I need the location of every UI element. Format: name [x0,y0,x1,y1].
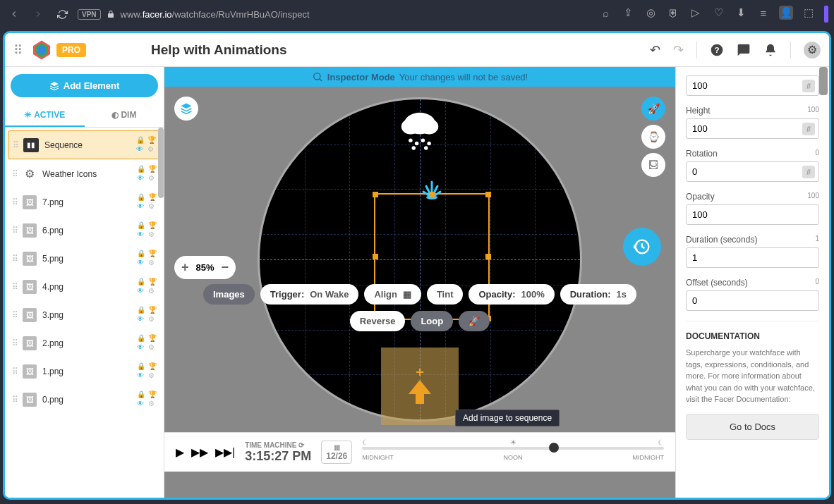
gear-icon[interactable]: ⚙ [148,202,157,211]
eye-icon[interactable]: 👁 [137,174,145,183]
layer-sequence[interactable]: ⠿ ▮▮ Sequence 🔒🏆👁⚙ [8,130,161,159]
layer-1png[interactable]: ⠿🖼1.png🔒🏆👁⚙ [8,357,161,385]
bell-icon[interactable] [763,43,778,57]
drag-handle-icon[interactable]: ⠿ [12,282,17,292]
trophy-icon[interactable]: 🏆 [148,278,157,286]
eye-icon[interactable]: 👁 [137,400,145,408]
gear-icon[interactable]: ⚙ [147,145,156,154]
lock-icon[interactable]: 🔒 [137,165,145,173]
back-button[interactable] [6,6,23,23]
trophy-icon[interactable]: 🏆 [148,221,157,230]
loop-pill[interactable]: Loop [411,311,453,331]
heart-icon[interactable]: ♡ [711,6,725,20]
duration-pill[interactable]: Duration:1s [560,284,636,305]
trophy-icon[interactable]: 🏆 [148,391,157,399]
gear-icon[interactable]: ⚙ [148,400,157,408]
user-avatar[interactable]: ⚙ [804,42,821,59]
hash-icon[interactable]: # [802,80,815,92]
trophy-icon[interactable]: 🏆 [148,306,157,314]
offset-input[interactable] [686,290,819,311]
undo-button[interactable]: ↶ [650,42,660,58]
layer-6png[interactable]: ⠿🖼6.png🔒🏆👁⚙ [8,216,161,244]
layer-scrollbar[interactable] [158,128,164,198]
drag-handle-icon[interactable]: ⠿ [12,367,17,376]
trophy-icon[interactable]: 🏆 [147,136,156,145]
shield-icon[interactable]: ⛨ [666,6,680,20]
lock-icon[interactable]: 🔒 [137,221,145,230]
rocket-mode-button[interactable]: 🚀 [641,97,665,121]
slider-track[interactable] [362,447,664,450]
send-to-watch-fab[interactable] [623,228,661,266]
tint-pill[interactable]: Tint [427,284,464,305]
drag-handle-icon[interactable]: ⠿ [12,226,17,235]
gear-icon[interactable]: ⚙ [148,371,157,380]
camera-icon[interactable]: ◎ [643,6,658,20]
cube-icon[interactable]: ⬚ [802,6,816,20]
hash-icon[interactable]: # [802,166,815,178]
drag-handle-icon[interactable]: ⠿ [12,169,17,179]
menu-grip-icon[interactable]: ⠿ [13,42,23,58]
lock-icon[interactable]: 🔒 [137,391,145,399]
layer-4png[interactable]: ⠿🖼4.png🔒🏆👁⚙ [8,273,161,300]
drag-handle-icon[interactable]: ⠿ [12,254,17,264]
layer-5png[interactable]: ⠿🖼5.png🔒🏆👁⚙ [8,245,161,272]
eye-icon[interactable]: 👁 [137,371,145,380]
sidebar-toggle[interactable] [824,6,828,23]
images-pill[interactable]: Images [203,284,255,305]
layer-2png[interactable]: ⠿🖼2.png🔒🏆👁⚙ [8,329,161,357]
search-icon[interactable]: ⌕ [598,6,612,20]
eye-icon[interactable]: 👁 [137,315,145,324]
trigger-pill[interactable]: Trigger:On Wake [260,284,359,305]
gear-icon[interactable]: ⚙ [148,174,157,183]
trophy-icon[interactable]: 🏆 [148,165,157,173]
gear-icon[interactable]: ⚙ [148,231,157,239]
tab-dim[interactable]: ◐ DIM [85,104,164,127]
rocket-pill[interactable]: 🚀 [459,311,490,331]
profile-icon[interactable]: 👤 [779,6,793,20]
top-input[interactable] [686,75,819,96]
opacity-input[interactable] [686,204,819,225]
zoom-out-button[interactable]: − [222,260,229,275]
duration-input[interactable] [686,247,819,268]
layer-7png[interactable]: ⠿🖼7.png🔒🏆👁⚙ [8,188,161,216]
rotation-input[interactable] [686,161,819,182]
layer-weather-icons[interactable]: ⠿ ⚙ Weather Icons 🔒🏆👁⚙ [8,160,161,188]
lock-icon[interactable]: 🔒 [137,306,145,314]
align-pill[interactable]: Align ▦ [364,284,421,305]
time-slider[interactable]: ☾ ☀ ☾ MIDNIGHT NOON MIDNIGHT [362,441,664,464]
add-image-dropzone[interactable]: + Add image to sequence [381,348,459,425]
zoom-in-button[interactable]: + [181,260,189,275]
skip-button[interactable]: ▶▶| [215,445,235,459]
fast-forward-button[interactable]: ▶▶ [191,445,208,459]
logo-block[interactable]: PRO [31,39,86,61]
height-input[interactable] [686,118,819,139]
play-button[interactable]: ▶ [176,445,184,459]
eye-icon[interactable]: 👁 [137,259,145,267]
trophy-icon[interactable]: 🏆 [148,334,157,343]
trophy-icon[interactable]: 🏆 [148,193,157,202]
eye-icon[interactable]: 👁 [137,202,145,211]
gear-icon[interactable]: ⚙ [148,343,157,352]
drag-handle-icon[interactable]: ⠿ [12,310,17,320]
layers-toggle-button[interactable] [174,97,198,121]
chat-icon[interactable] [737,43,751,57]
gear-icon[interactable]: ⚙ [148,259,157,267]
eye-icon[interactable]: 👁 [137,287,145,295]
lock-icon[interactable]: 🔒 [136,136,145,145]
layer-3png[interactable]: ⠿🖼3.png🔒🏆👁⚙ [8,301,161,328]
eye-icon[interactable]: 👁 [136,145,145,154]
date-picker[interactable]: ▦ 12/26 [321,441,352,464]
slider-thumb[interactable] [549,443,559,453]
forward-button[interactable] [30,6,47,23]
watch-mode-button[interactable]: ⌚ [641,125,665,149]
watch-canvas[interactable]: 🚀 ⌚ ⛾ + 85% − Images Trigger:On Wake Ali… [164,87,675,432]
tab-active[interactable]: ☀ ACTIVE [5,104,85,127]
drag-handle-icon[interactable]: ⠿ [12,197,17,207]
gear-icon[interactable]: ⚙ [148,315,157,324]
list-icon[interactable]: ≡ [756,6,770,20]
drag-handle-icon[interactable]: ⠿ [13,140,18,150]
share-icon[interactable]: ⇪ [621,6,635,20]
eye-icon[interactable]: 👁 [137,343,145,352]
layer-0png[interactable]: ⠿🖼0.png🔒🏆👁⚙ [8,386,161,413]
go-to-docs-button[interactable]: Go to Docs [686,414,819,440]
